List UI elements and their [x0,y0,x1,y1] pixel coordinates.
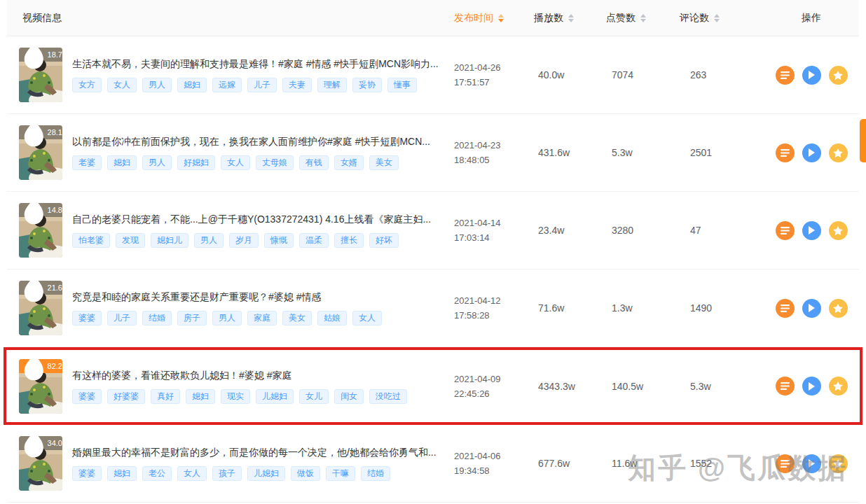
video-tag[interactable]: 媳妇 [177,78,207,92]
tag-list: 女方女人男人媳妇远嫁儿子夫妻理解妥协懂事 [72,78,444,92]
table-row: 82.2 有这样的婆婆，看谁还敢欺负儿媳妇！#婆媳 #家庭 婆婆好婆婆真好媳妇现… [4,347,862,425]
video-tag[interactable]: 妥协 [352,78,382,92]
video-tag[interactable]: 媳妇 [107,466,137,481]
side-panel-handle[interactable] [860,119,866,162]
video-tag[interactable]: 儿子 [247,78,277,92]
heat-badge: 14.8 [19,203,62,217]
video-tag[interactable]: 女人 [107,78,137,92]
tag-list: 婆婆媳妇老公女人孩子儿媳妇做饭干嘛结婚 [72,466,444,481]
play-video-button[interactable] [802,66,821,85]
video-tag[interactable]: 好坏 [369,233,399,248]
favorite-button[interactable] [829,299,848,318]
video-tag[interactable]: 发现 [116,233,145,248]
video-tag[interactable]: 夫妻 [282,78,312,92]
video-tag[interactable]: 没吃过 [369,389,407,404]
header-video-info-label: 视频信息 [22,12,62,23]
play-video-button[interactable] [802,377,821,396]
favorite-button[interactable] [829,454,848,473]
header-comments[interactable]: 评论数 [680,12,764,24]
favorite-button[interactable] [829,66,848,85]
video-tag[interactable]: 女方 [72,78,102,92]
video-tag[interactable]: 婆婆 [72,311,102,326]
video-tag[interactable]: 女人 [352,311,382,326]
video-tag[interactable]: 老公 [142,466,172,481]
video-tag[interactable]: 男人 [194,233,224,248]
video-tag[interactable]: 美女 [282,311,312,326]
header-likes[interactable]: 点赞数 [606,12,680,24]
details-button[interactable] [776,144,795,162]
favorite-button[interactable] [829,144,848,162]
video-tag[interactable]: 远嫁 [212,78,242,92]
video-tag[interactable]: 男人 [212,311,242,326]
video-title[interactable]: 究竟是和睦的家庭关系重要还是财产重要呢？#婆媳 #情感 [72,290,444,303]
video-tag[interactable]: 儿媳妇 [256,389,294,404]
video-tag[interactable]: 闺女 [334,389,364,404]
video-tag[interactable]: 岁月 [229,233,259,248]
details-button[interactable] [776,221,795,240]
video-tag[interactable]: 丈母娘 [256,155,294,170]
video-thumbnail[interactable]: 21.6 [19,281,62,335]
video-tag[interactable]: 理解 [317,78,347,92]
play-video-button[interactable] [802,144,821,162]
video-thumbnail[interactable]: 28.1 [19,125,62,180]
video-thumbnail[interactable]: 82.2 [19,359,62,414]
details-button[interactable] [776,299,795,318]
details-button[interactable] [776,377,795,396]
video-tag[interactable]: 女人 [221,155,250,170]
video-title[interactable]: 婚姻里最大的幸福不是财富的多少，而是你做的每一个决定，他/她都会给你勇气和... [72,446,444,458]
video-tag[interactable]: 结婚 [361,466,390,481]
play-video-button[interactable] [802,454,821,473]
publish-clock: 17:58:28 [454,308,534,323]
video-tag[interactable]: 好媳妇 [177,155,215,170]
video-tag[interactable]: 儿媳妇 [247,466,285,481]
video-tag[interactable]: 干嘛 [326,466,355,481]
video-tag[interactable]: 做饭 [291,466,320,481]
play-video-button[interactable] [802,299,821,318]
details-button[interactable] [776,66,795,85]
video-thumbnail[interactable]: 18.7 [19,48,62,102]
video-list-page: 视频信息 发布时间 播放数 点赞数 评论数 操作 [0,0,866,503]
video-tag[interactable]: 真好 [151,389,180,404]
video-tag[interactable]: 美女 [369,155,399,170]
header-plays[interactable]: 播放数 [534,12,606,24]
star-icon [833,304,843,313]
video-tag[interactable]: 女婿 [334,155,364,170]
video-tag[interactable]: 好婆婆 [107,389,145,404]
video-tag[interactable]: 婆婆 [72,466,102,481]
video-tag[interactable]: 家庭 [247,311,277,326]
video-title[interactable]: 以前都是你冲在前面保护我，现在，换我在家人面前维护你#家庭 #快手短剧MCN..… [72,135,444,148]
table-body: 18.7 生活本就不易，夫妻间的理解和支持最是难得！#家庭 #情感 #快手短剧M… [7,36,859,503]
video-tag[interactable]: 老婆 [72,155,102,170]
video-tag[interactable]: 孩子 [212,466,242,481]
video-tag[interactable]: 慷慨 [264,233,294,248]
video-tag[interactable]: 婆婆 [72,389,102,404]
video-thumbnail[interactable]: 34.0 [19,436,62,491]
video-tag[interactable]: 现实 [221,389,250,404]
comment-count: 263 [680,69,764,80]
video-tag[interactable]: 媳妇 [107,155,137,170]
video-thumbnail[interactable]: 14.8 [19,203,62,258]
video-tag[interactable]: 儿子 [107,311,137,326]
video-tag[interactable]: 男人 [142,155,172,170]
favorite-button[interactable] [829,221,848,240]
video-tag[interactable]: 有钱 [299,155,329,170]
video-tag[interactable]: 男人 [142,78,172,92]
video-tag[interactable]: 媳妇儿 [151,233,188,248]
play-video-button[interactable] [802,221,821,240]
details-button[interactable] [776,454,795,473]
video-tag[interactable]: 怕老婆 [72,233,110,248]
video-tag[interactable]: 懂事 [387,78,417,92]
video-tag[interactable]: 温柔 [299,233,329,248]
video-tag[interactable]: 房子 [177,311,207,326]
video-tag[interactable]: 姑娘 [317,311,347,326]
header-publish-time[interactable]: 发布时间 [454,12,534,24]
video-title[interactable]: 有这样的婆婆，看谁还敢欺负儿媳妇！#婆媳 #家庭 [72,369,444,382]
video-title[interactable]: 自己的老婆只能宠着，不能...上@于千穗Y(O1337272431) 4.16上… [72,213,444,225]
video-tag[interactable]: 女人 [177,466,207,481]
video-title[interactable]: 生活本就不易，夫妻间的理解和支持最是难得！#家庭 #情感 #快手短剧MCN影响力… [72,57,444,70]
video-tag[interactable]: 结婚 [142,311,172,326]
video-tag[interactable]: 擅长 [334,233,364,248]
video-tag[interactable]: 媳妇 [186,389,215,404]
favorite-button[interactable] [829,377,848,396]
video-tag[interactable]: 女儿 [299,389,329,404]
